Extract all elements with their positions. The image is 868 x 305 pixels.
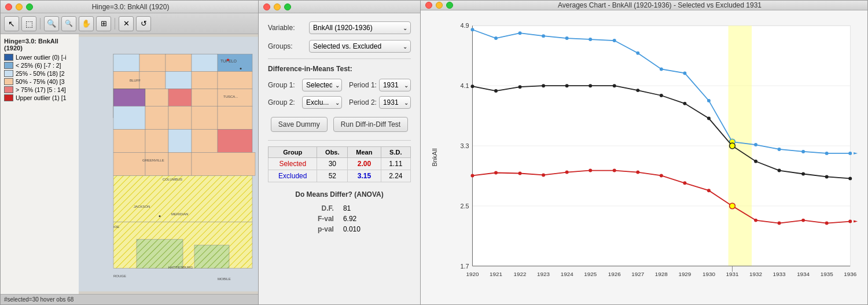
groups-select[interactable]: Selected vs. Excluded (309, 40, 411, 53)
svg-rect-13 (165, 72, 192, 89)
run-diff-button[interactable]: Run Diff-in-Diff Test (333, 117, 408, 132)
chart-close-button[interactable] (425, 2, 432, 9)
anova-fval-value: 6.92 (339, 214, 380, 224)
legend-item-3: 50% - 75% (40) [3 (4, 78, 75, 85)
groups-label: Groups: (268, 42, 306, 50)
svg-rect-10 (218, 54, 252, 72)
red-dot-1929 (683, 182, 686, 185)
svg-rect-39 (194, 245, 229, 269)
blue-dot-1930 (707, 99, 711, 102)
legend-title: Hinge=3.0: BnkAll (1920) (4, 38, 75, 52)
variable-select-wrapper[interactable]: BnkAll (1920-1936) (309, 21, 411, 34)
col-sd: S.D. (381, 147, 410, 158)
anova-title: Do Means Differ? (ANOVA) (268, 190, 411, 199)
svg-rect-27 (113, 130, 145, 153)
groups-select-wrapper[interactable]: Selected vs. Excluded (309, 40, 411, 53)
legend-swatch-0 (4, 54, 13, 61)
blue-dot-1921 (494, 36, 498, 40)
period1-select-wrapper[interactable]: 1931 (379, 79, 411, 91)
period2-select[interactable]: 1931 (379, 96, 411, 109)
x-tick-1930: 1930 (703, 271, 715, 277)
x-tick-1929: 1929 (678, 271, 691, 277)
group1-select[interactable]: Selected (302, 79, 342, 91)
x-tick-1936: 1936 (844, 271, 856, 277)
zoom-out-tool[interactable]: 🔍 (61, 16, 76, 31)
blue-dot-1935 (825, 152, 829, 155)
chart-minimize-button[interactable] (436, 2, 443, 9)
zoom-in-tool[interactable]: 🔍 (44, 16, 59, 31)
controls-close-button[interactable] (263, 3, 270, 10)
blue-dot-1925 (589, 38, 592, 41)
period1-select[interactable]: 1931 (379, 79, 411, 91)
stats-table: Group Obs. Mean S.D. Selected 30 2.00 1.… (268, 146, 411, 182)
controls-maximize-button[interactable] (284, 3, 291, 10)
y-tick-17: 1.7 (460, 263, 469, 270)
black-dot-1931-highlight (730, 143, 735, 149)
row-obs-selected: 30 (317, 158, 348, 170)
red-dot-1932 (754, 219, 757, 222)
legend-swatch-3 (4, 78, 13, 85)
svg-text:TUSCA...: TUSCA... (223, 95, 238, 98)
x-tick-1927: 1927 (631, 271, 644, 277)
anova-df-label: D.F. (299, 203, 339, 214)
buttons-row: Save Dummy Run Diff-in-Diff Test (268, 117, 411, 132)
anova-row-fval: F-val 6.92 (299, 214, 380, 224)
col-obs: Obs. (317, 147, 348, 158)
group1-label: Group 1: (268, 81, 300, 89)
select-tool[interactable]: ⬚ (21, 16, 36, 31)
svg-rect-9 (192, 54, 218, 72)
row-group-selected: Selected (269, 158, 317, 170)
x-tick-1926: 1926 (608, 271, 621, 277)
black-dot-1930 (707, 117, 711, 120)
x-tick-1935: 1935 (821, 271, 833, 277)
anova-df-value: 81 (339, 203, 380, 214)
y-tick-49: 4.9 (460, 22, 469, 29)
svg-text:MERIDIAN: MERIDIAN (171, 212, 188, 216)
period2-select-wrapper[interactable]: 1931 (379, 96, 411, 109)
chart-window: Averages Chart - BnkAll (1920-1936) - Se… (421, 0, 868, 305)
anova-row-df: D.F. 81 (299, 203, 380, 214)
map-toolbar: ↖ ⬚ 🔍 🔍 ✋ ⊞ ✕ ↺ (1, 13, 258, 34)
row-mean-excluded: 3.15 (348, 170, 381, 182)
cross-tool[interactable]: ✕ (119, 16, 134, 31)
row-mean-selected: 2.00 (348, 158, 381, 170)
map-area[interactable]: MISSISSIPPI (79, 34, 258, 294)
map-titlebar: Hinge=3.0: BnkAll (1920) (1, 1, 258, 13)
legend-label-4: > 75% (17) [5 : 14] (16, 86, 66, 93)
row-sd-selected: 1.11 (381, 158, 410, 170)
blue-dot-1920 (470, 28, 474, 31)
legend-label-5: Upper outlier (1) [1 (16, 94, 67, 101)
svg-rect-34 (168, 153, 192, 176)
svg-rect-7 (139, 54, 165, 72)
svg-text:HATTIESBURG: HATTIESBURG (168, 266, 193, 269)
blue-dot-1933 (778, 148, 781, 151)
toolbar-sep-1 (40, 18, 41, 30)
save-dummy-button[interactable]: Save Dummy (271, 117, 328, 132)
chart-maximize-button[interactable] (446, 2, 453, 9)
black-dot-1928 (660, 94, 663, 97)
black-dot-1933 (778, 169, 781, 172)
black-dot-1934 (801, 172, 805, 176)
legend-item-5: Upper outlier (1) [1 (4, 94, 75, 101)
controls-minimize-button[interactable] (274, 3, 281, 10)
map-content: Hinge=3.0: BnkAll (1920) Lower outlier (… (1, 34, 258, 294)
x-tick-1925: 1925 (584, 271, 597, 277)
group2-select-wrapper[interactable]: Exclu... (302, 96, 342, 109)
svg-rect-26 (218, 106, 252, 130)
red-dot-1926 (613, 169, 616, 172)
group1-select-wrapper[interactable]: Selected (302, 79, 342, 91)
black-dot-1932 (754, 160, 757, 163)
group2-select[interactable]: Exclu... (302, 96, 342, 109)
toolbar-sep-2 (115, 18, 115, 30)
map-title: Hinge=3.0: BnkAll (1920) (8, 3, 253, 11)
reset-tool[interactable]: ⊞ (96, 16, 111, 31)
variable-select[interactable]: BnkAll (1920-1936) (309, 21, 411, 34)
black-dot-1929 (683, 102, 686, 105)
pan-tool[interactable]: ✋ (79, 16, 94, 31)
red-dot-1922 (518, 172, 522, 175)
y-tick-41: 4.1 (460, 82, 469, 89)
arrow-tool[interactable]: ↖ (4, 16, 19, 31)
refresh-tool[interactable]: ↺ (136, 16, 151, 31)
legend-swatch-1 (4, 62, 13, 69)
black-dot-1920 (470, 84, 474, 88)
